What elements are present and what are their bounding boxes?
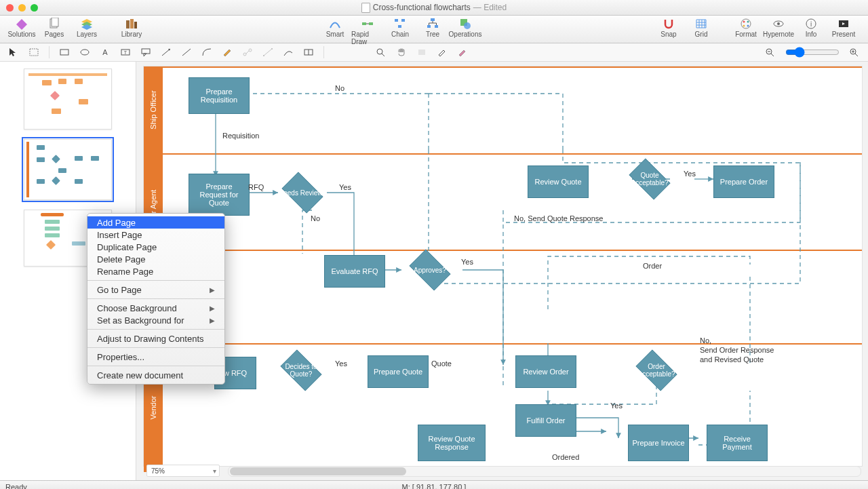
svg-point-19	[464, 22, 471, 29]
lane-header-ship[interactable]: Ship Officer	[144, 66, 163, 153]
zoom-out-icon[interactable]	[761, 45, 780, 60]
svg-point-20	[741, 19, 751, 28]
library-button[interactable]: Library	[115, 17, 148, 38]
zoom-window-button[interactable]	[31, 4, 38, 12]
smart-button[interactable]: Smart	[319, 17, 351, 45]
ctx-add-page[interactable]: Add Page	[87, 216, 224, 229]
svg-rect-14	[398, 25, 401, 28]
svg-rect-38	[142, 49, 150, 54]
curve-tool[interactable]	[197, 45, 216, 60]
snap-button[interactable]: Snap	[652, 17, 685, 38]
node-prepare-invoice[interactable]: Prepare Invoice	[628, 425, 689, 461]
svg-rect-6	[126, 20, 130, 28]
pencil-tool[interactable]	[218, 45, 237, 60]
svg-rect-48	[271, 48, 273, 50]
ellipse-tool[interactable]	[75, 45, 94, 60]
label-yes-4: Yes	[335, 359, 347, 368]
shape-toolbar: A T	[0, 43, 868, 62]
zoom-in-icon[interactable]	[845, 45, 864, 60]
window-controls	[6, 4, 38, 12]
pages-button[interactable]: Pages	[38, 17, 71, 38]
label-quote: Quote	[431, 359, 452, 368]
svg-line-52	[382, 54, 384, 56]
node-prepare-rfq[interactable]: Prepare Request for Quote	[189, 174, 250, 216]
scrollbar-grip[interactable]	[230, 467, 406, 475]
node-needs-review[interactable]: Needs Review?	[278, 176, 327, 209]
textbox-tool[interactable]: T	[116, 45, 135, 60]
svg-point-34	[81, 50, 89, 55]
node-order-acceptable[interactable]: Order Acceptable?	[632, 354, 681, 387]
layers-button[interactable]: Layers	[71, 17, 103, 38]
context-menu[interactable]: Add Page Insert Page Duplicate Page Dele…	[87, 213, 225, 385]
horizontal-scrollbar[interactable]	[228, 466, 861, 477]
node-quote-acceptable[interactable]: Quote Acceptable?	[625, 163, 674, 195]
ctx-set-as-background[interactable]: Set as Background for▶	[87, 314, 224, 326]
zoom-slider[interactable]	[785, 47, 840, 58]
zoom-tool[interactable]	[372, 45, 391, 60]
handle-tool[interactable]	[258, 45, 277, 60]
node-decides-to-quote[interactable]: Decides to Quote?	[277, 354, 326, 387]
smart-connector-tool[interactable]	[279, 45, 298, 60]
minimize-window-button[interactable]	[18, 4, 26, 12]
drawing-page[interactable]: Ship Officer r Agent Vendor	[143, 66, 863, 467]
ctx-delete-page[interactable]: Delete Page	[87, 253, 224, 265]
svg-rect-15	[431, 18, 435, 21]
grid-button[interactable]: Grid	[685, 17, 717, 38]
node-evaluate-rfq[interactable]: Evaluate RFQ	[324, 255, 385, 288]
node-receive-payment[interactable]: Receive Payment	[707, 425, 768, 461]
line-tool[interactable]	[157, 45, 176, 60]
node-fulfill-order[interactable]: Fulfill Order	[515, 404, 576, 437]
present-button[interactable]: Present	[827, 17, 860, 38]
svg-text:i: i	[810, 20, 812, 28]
label-no-2: No	[311, 214, 320, 222]
tree-button[interactable]: Tree	[416, 17, 449, 45]
node-prepare-order[interactable]: Prepare Order	[713, 165, 774, 198]
shape-fill-tool[interactable]	[412, 45, 431, 60]
paint-tool[interactable]	[453, 45, 472, 60]
chain-button[interactable]: Chain	[384, 17, 416, 45]
close-window-button[interactable]	[6, 4, 14, 12]
svg-marker-31	[9, 48, 16, 56]
ctx-create-new-document[interactable]: Create new document	[87, 369, 224, 381]
ctx-rename-page[interactable]: Rename Page	[87, 265, 224, 277]
node-review-order[interactable]: Review Order	[515, 355, 576, 388]
ctx-duplicate-page[interactable]: Duplicate Page	[87, 241, 224, 253]
svg-rect-2	[52, 18, 58, 26]
node-prepare-requisition[interactable]: Prepare Requisition	[189, 77, 250, 114]
eyedropper-tool[interactable]	[433, 45, 452, 60]
text-tool[interactable]: A	[96, 45, 115, 60]
operations-button[interactable]: Operations	[449, 17, 481, 45]
format-button[interactable]: Format	[730, 17, 762, 38]
pointer-tool[interactable]	[4, 45, 23, 60]
label-yes-1: Yes	[339, 183, 351, 191]
zoom-readout[interactable]: 75%▾	[146, 465, 220, 477]
node-review-quote-response[interactable]: Review Quote Response	[418, 425, 486, 461]
info-button[interactable]: iInfo	[795, 17, 827, 38]
marquee-tool[interactable]	[24, 45, 43, 60]
ctx-go-to-page[interactable]: Go to Page▶	[87, 283, 224, 296]
node-prepare-quote[interactable]: Prepare Quote	[368, 355, 429, 388]
ctx-choose-background[interactable]: Choose Background▶	[87, 302, 224, 314]
ctx-adjust-to-contents[interactable]: Adjust to Drawing Contents	[87, 332, 224, 345]
svg-point-44	[243, 53, 246, 56]
svg-rect-10	[369, 22, 373, 25]
drawing-canvas[interactable]: Ship Officer r Agent Vendor	[136, 62, 868, 480]
hypernote-button[interactable]: Hypernote	[762, 17, 795, 38]
ctx-properties[interactable]: Properties...	[87, 351, 224, 363]
node-approves[interactable]: Approves?	[406, 254, 454, 286]
connector-tool[interactable]	[177, 45, 196, 60]
callout-tool[interactable]	[136, 45, 155, 60]
hand-tool[interactable]	[392, 45, 411, 60]
node-review-quote[interactable]: Review Quote	[528, 165, 589, 198]
anchor-tool[interactable]	[238, 45, 257, 60]
edited-indicator: — Edited	[473, 3, 507, 12]
solutions-button[interactable]: Solutions	[5, 17, 38, 38]
page-thumbnail-2[interactable]	[24, 139, 112, 200]
table-tool[interactable]	[299, 45, 318, 60]
rectangle-tool[interactable]	[55, 45, 74, 60]
page-thumbnail-1[interactable]	[24, 69, 112, 130]
chevron-right-icon: ▶	[210, 286, 215, 294]
ctx-insert-page[interactable]: Insert Page	[87, 229, 224, 241]
rapid-draw-button[interactable]: Rapid Draw	[351, 17, 384, 45]
svg-point-45	[249, 49, 252, 52]
